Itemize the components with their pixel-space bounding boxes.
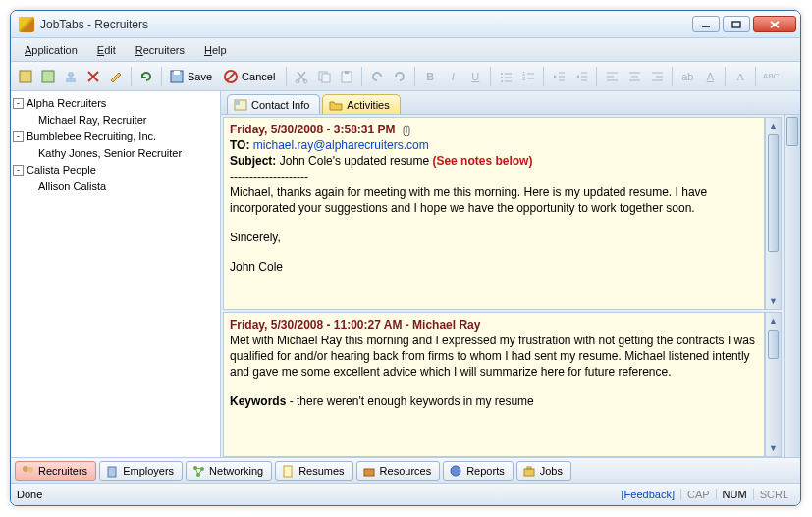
network-icon	[191, 464, 205, 478]
minimize-button[interactable]	[692, 16, 720, 32]
activity-note[interactable]: Friday, 5/30/2008 - 3:58:31 PM TO: micha…	[223, 117, 765, 310]
menu-edit[interactable]: Edit	[89, 42, 124, 58]
tree-item[interactable]: Michael Ray, Recruiter	[34, 111, 218, 128]
bold-icon[interactable]: B	[419, 66, 441, 87]
indent-icon[interactable]	[570, 66, 592, 87]
separator	[596, 67, 597, 86]
menubar: Applicationdocument.currentScript.previo…	[11, 38, 800, 62]
cut-icon[interactable]	[291, 66, 312, 87]
tree-toggle-icon[interactable]: -	[13, 131, 24, 142]
align-center-icon[interactable]	[623, 66, 645, 87]
font-color-icon[interactable]: A	[699, 66, 721, 87]
toolbar: Save Cancel B I U 12 ab A A ABC	[11, 62, 800, 91]
highlight-icon[interactable]: ab	[677, 66, 698, 87]
tree-toggle-icon[interactable]: -	[13, 98, 24, 109]
separator	[131, 67, 132, 86]
scroll-thumb[interactable]	[786, 117, 798, 146]
nav-jobs[interactable]: Jobs	[516, 461, 571, 481]
feedback-link[interactable]: [Feedback]	[622, 489, 680, 500]
svg-point-20	[501, 73, 503, 75]
menu-application[interactable]: Applicationdocument.currentScript.previo…	[17, 42, 85, 58]
scroll-thumb[interactable]	[768, 134, 779, 252]
maximize-button[interactable]	[723, 16, 750, 32]
tree-item[interactable]: Allison Calista	[34, 178, 218, 194]
svg-rect-4	[20, 71, 31, 82]
separator	[543, 67, 544, 86]
save-button[interactable]: Save	[166, 66, 219, 87]
new-item-icon[interactable]	[15, 66, 36, 87]
copy-icon[interactable]	[313, 66, 335, 87]
close-button[interactable]	[753, 16, 796, 32]
align-right-icon[interactable]	[646, 66, 668, 87]
status-text: Done	[17, 489, 42, 500]
cancel-label: Cancel	[242, 71, 275, 82]
activity-note[interactable]: Friday, 5/30/2008 - 11:00:27 AM - Michae…	[223, 312, 765, 457]
pane-scrollbar[interactable]	[784, 115, 800, 457]
tree-item[interactable]: Kathy Jones, Senior Recruiter	[34, 144, 218, 161]
scroll-down-icon[interactable]: ▼	[766, 440, 781, 456]
svg-rect-11	[174, 71, 180, 75]
paste-icon[interactable]	[336, 66, 357, 87]
nav-reports[interactable]: Reports	[443, 461, 514, 481]
tree-item-label: Michael Ray, Recruiter	[38, 114, 146, 126]
svg-rect-19	[345, 71, 349, 74]
tree-group[interactable]: -Calista People	[13, 161, 218, 178]
separator	[361, 67, 362, 86]
separator	[161, 67, 162, 86]
bullets-icon[interactable]	[495, 66, 516, 87]
keywords-text: - there weren't enough keywords in my re…	[286, 394, 533, 408]
globe-icon	[449, 464, 462, 478]
nav-recruiters[interactable]: Recruiters	[15, 461, 96, 481]
spellcheck-icon[interactable]: ABC	[760, 66, 782, 87]
divider: --------------------	[230, 169, 758, 184]
scroll-thumb[interactable]	[768, 330, 779, 359]
separator	[672, 67, 673, 86]
note-body: Met with Michael Ray this morning and I …	[230, 333, 758, 380]
svg-rect-57	[527, 467, 531, 469]
tab-contact-info[interactable]: Contact Info	[227, 94, 320, 114]
menu-recruiters[interactable]: Recruiters	[128, 42, 192, 58]
scroll-up-icon[interactable]: ▲	[766, 118, 781, 133]
redo-icon[interactable]	[389, 66, 410, 87]
new-contact-icon[interactable]	[60, 66, 81, 87]
recruiters-tree[interactable]: -Alpha RecruitersMichael Ray, Recruiter-…	[11, 91, 221, 457]
svg-text:2: 2	[522, 76, 526, 81]
document-icon	[281, 464, 295, 478]
italic-icon[interactable]: I	[442, 66, 463, 87]
undo-icon[interactable]	[366, 66, 388, 87]
align-left-icon[interactable]	[601, 66, 623, 87]
nav-networking[interactable]: Networking	[186, 461, 272, 481]
edit-icon[interactable]	[105, 66, 127, 87]
numbering-icon[interactable]: 12	[517, 66, 539, 87]
nav-resumes[interactable]: Resumes	[275, 461, 352, 481]
menu-help[interactable]: Help	[196, 42, 235, 58]
scroll-down-icon[interactable]: ▼	[766, 293, 781, 309]
new-note-icon[interactable]	[37, 66, 59, 87]
tree-group[interactable]: -Bumblebee Recruiting, Inc.	[13, 128, 218, 144]
note-date: Friday, 5/30/2008 - 11:00:27 AM - Michae…	[230, 317, 758, 333]
scrollbar[interactable]: ▲ ▼	[765, 117, 782, 310]
underline-icon[interactable]: U	[464, 66, 486, 87]
svg-rect-1	[732, 22, 740, 27]
to-email: michael.ray@alpharecruiters.com	[253, 138, 429, 152]
tree-group[interactable]: -Alpha Recruiters	[13, 94, 218, 111]
svg-point-47	[23, 466, 28, 472]
font-icon[interactable]: A	[730, 66, 751, 87]
to-label: TO:	[230, 138, 249, 152]
outdent-icon[interactable]	[548, 66, 569, 87]
nav-resources[interactable]: Resources	[356, 461, 441, 481]
tab-activities[interactable]: Activities	[322, 94, 400, 114]
separator	[725, 67, 726, 86]
box-icon	[362, 464, 376, 478]
cancel-button[interactable]: Cancel	[220, 66, 282, 87]
separator	[755, 67, 756, 86]
tree-toggle-icon[interactable]: -	[13, 165, 24, 176]
delete-icon[interactable]	[82, 66, 104, 87]
svg-rect-7	[66, 78, 76, 82]
scrollbar[interactable]: ▲ ▼	[765, 312, 782, 457]
nav-employers[interactable]: Employers	[99, 461, 183, 481]
refresh-icon[interactable]	[135, 66, 157, 87]
svg-rect-53	[284, 466, 292, 477]
scroll-up-icon[interactable]: ▲	[766, 313, 781, 329]
note-closing: Sincerely,	[230, 230, 758, 245]
